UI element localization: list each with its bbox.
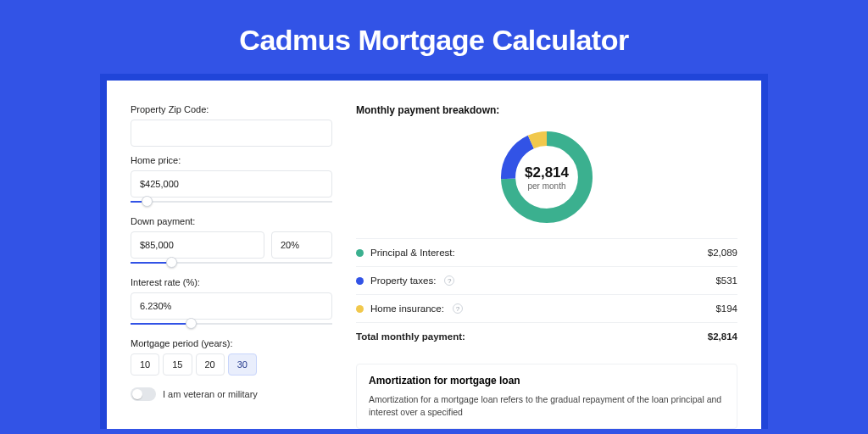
down-pct-input[interactable]	[271, 231, 332, 259]
price-label: Home price:	[131, 155, 332, 165]
breakdown-value: $2,089	[708, 248, 737, 258]
down-label: Down payment:	[131, 216, 332, 226]
results-panel: Monthly payment breakdown: $2,814 per mo…	[356, 104, 737, 429]
period-label: Mortgage period (years):	[131, 338, 332, 348]
card-outer: Property Zip Code: Home price: Down paym…	[100, 74, 768, 429]
page-title: Cadmus Mortgage Calculator	[0, 0, 868, 74]
amortization-body: Amortization for a mortgage loan refers …	[369, 393, 725, 418]
breakdown-value: $531	[715, 275, 737, 286]
breakdown-row: Principal & Interest:$2,089	[356, 239, 737, 267]
price-slider[interactable]	[131, 196, 332, 208]
rate-input[interactable]	[131, 292, 332, 320]
veteran-toggle[interactable]	[131, 387, 156, 401]
rate-slider[interactable]	[131, 318, 332, 330]
period-button-15[interactable]: 15	[163, 353, 192, 376]
breakdown-row: Home insurance:?$194	[356, 295, 737, 323]
zip-label: Property Zip Code:	[131, 104, 332, 114]
breakdown-label: Home insurance:	[370, 303, 444, 314]
legend-dot-icon	[356, 305, 364, 313]
breakdown-value: $194	[715, 303, 737, 314]
zip-input[interactable]	[131, 120, 332, 147]
donut-chart: $2,814 per month	[496, 126, 598, 228]
info-icon[interactable]: ?	[444, 275, 454, 286]
donut-chart-area: $2,814 per month	[356, 123, 737, 238]
donut-center: $2,814 per month	[496, 126, 598, 228]
calculator-card: Property Zip Code: Home price: Down paym…	[107, 81, 761, 429]
breakdown-row: Property taxes:?$531	[356, 267, 737, 295]
period-field: Mortgage period (years): 10152030	[131, 338, 332, 376]
veteran-label: I am veteran or military	[163, 389, 258, 399]
period-button-30[interactable]: 30	[228, 353, 257, 376]
amortization-title: Amortization for mortgage loan	[369, 375, 725, 387]
donut-amount: $2,814	[525, 164, 569, 181]
breakdown-label: Principal & Interest:	[370, 248, 455, 258]
zip-field: Property Zip Code:	[131, 104, 332, 147]
down-input[interactable]	[131, 231, 264, 259]
legend-dot-icon	[356, 277, 364, 285]
form-panel: Property Zip Code: Home price: Down paym…	[131, 104, 332, 429]
total-label: Total monthly payment:	[356, 331, 465, 342]
period-buttons: 10152030	[131, 353, 332, 376]
breakdown-total-row: Total monthly payment:$2,814	[356, 323, 737, 350]
donut-sublabel: per month	[527, 181, 565, 191]
info-icon[interactable]: ?	[453, 303, 463, 314]
down-slider[interactable]	[131, 257, 332, 269]
period-button-20[interactable]: 20	[196, 353, 225, 376]
down-field: Down payment:	[131, 216, 332, 269]
veteran-row: I am veteran or military	[131, 387, 332, 401]
price-input[interactable]	[131, 170, 332, 198]
breakdown-list: Principal & Interest:$2,089Property taxe…	[356, 238, 737, 350]
legend-dot-icon	[356, 249, 364, 257]
breakdown-title: Monthly payment breakdown:	[356, 104, 737, 116]
period-button-10[interactable]: 10	[131, 353, 159, 376]
rate-field: Interest rate (%):	[131, 277, 332, 330]
amortization-box: Amortization for mortgage loan Amortizat…	[356, 364, 737, 429]
breakdown-label: Property taxes:	[370, 275, 436, 286]
rate-label: Interest rate (%):	[131, 277, 332, 287]
total-value: $2,814	[708, 331, 737, 342]
price-field: Home price:	[131, 155, 332, 208]
